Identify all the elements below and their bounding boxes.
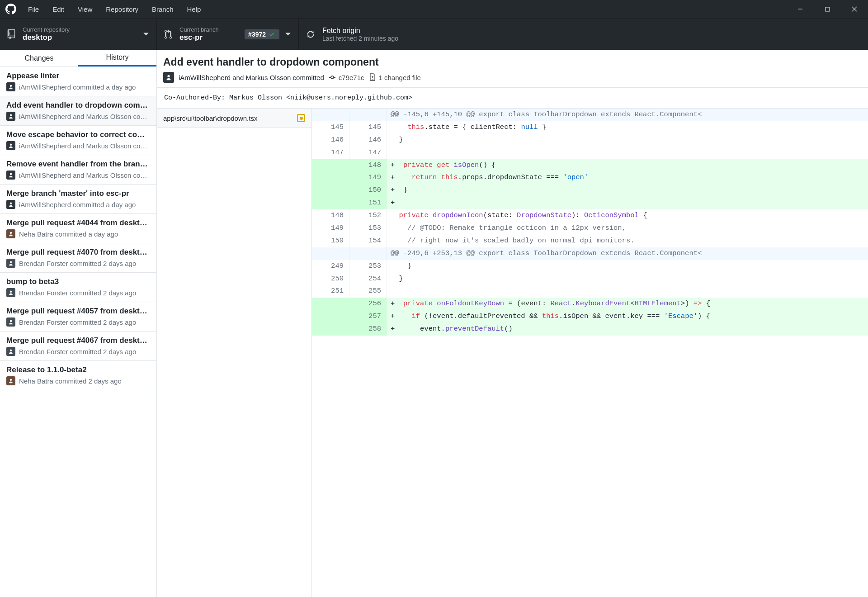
- branch-selector[interactable]: Current branch esc-pr #3972: [157, 19, 299, 50]
- window-controls: [787, 0, 868, 18]
- check-icon: [269, 31, 275, 38]
- sync-icon: [306, 30, 315, 39]
- menu-view[interactable]: View: [71, 3, 99, 16]
- maximize-button[interactable]: [814, 0, 841, 18]
- chevron-down-icon: [285, 31, 291, 38]
- app-menu: FileEditViewRepositoryBranchHelp: [22, 3, 207, 16]
- svg-rect-1: [826, 7, 830, 11]
- toolbar: Current repository desktop Current branc…: [0, 18, 868, 50]
- github-logo-icon: [5, 4, 16, 14]
- fetch-label: Fetch origin: [322, 27, 434, 35]
- repo-icon: [7, 29, 15, 39]
- menu-repository[interactable]: Repository: [99, 3, 145, 16]
- pr-badge: #3972: [245, 29, 279, 39]
- branch-name: esc-pr: [179, 33, 245, 42]
- menu-help[interactable]: Help: [181, 3, 208, 16]
- fetch-sub: Last fetched 2 minutes ago: [322, 35, 434, 42]
- pr-number: #3972: [248, 31, 266, 38]
- menu-edit[interactable]: Edit: [46, 3, 71, 16]
- repo-name: desktop: [23, 33, 143, 42]
- fetch-button[interactable]: Fetch origin Last fetched 2 minutes ago: [299, 19, 442, 50]
- menu-file[interactable]: File: [22, 3, 45, 16]
- pull-request-icon: [164, 29, 172, 39]
- minimize-button[interactable]: [787, 0, 814, 18]
- menu-branch[interactable]: Branch: [146, 3, 180, 16]
- repo-selector[interactable]: Current repository desktop: [0, 19, 157, 50]
- branch-label: Current branch: [179, 26, 245, 33]
- repo-label: Current repository: [23, 26, 143, 33]
- chevron-down-icon: [143, 31, 149, 38]
- titlebar: FileEditViewRepositoryBranchHelp: [0, 0, 868, 18]
- close-button[interactable]: [841, 0, 868, 18]
